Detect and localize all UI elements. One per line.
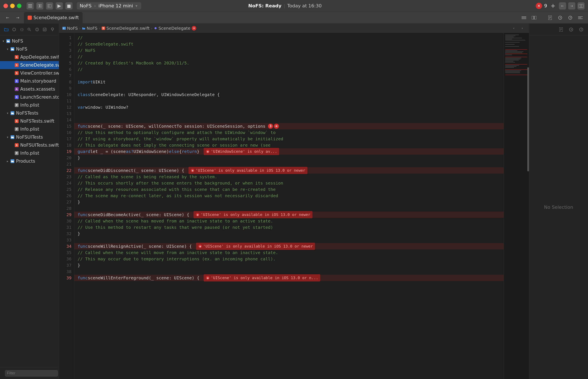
sidebar-tree-item[interactable]: SSceneDelegate.swift [0,61,59,69]
sidebar-debug-btn[interactable] [49,26,55,33]
code-line[interactable] [74,161,504,167]
help-button[interactable]: ? [566,14,574,21]
code-line[interactable]: func sceneDidBecomeActive(_ scene: UISce… [74,211,504,218]
minimap-button[interactable] [530,14,538,21]
sidebar-tree-item[interactable]: PInfo.plist [0,125,59,133]
help-inspector-right[interactable]: ? [577,26,586,33]
maximize-button[interactable] [17,4,21,8]
file-inspector-right[interactable] [557,26,565,33]
split-editor-button[interactable] [577,2,585,10]
code-line[interactable]: } [74,199,504,205]
canvas-button[interactable] [46,2,53,10]
code-line[interactable]: // Called as the scene is being released… [74,174,504,180]
code-line[interactable]: } [74,230,504,237]
code-line[interactable] [74,237,504,243]
code-line[interactable] [74,117,504,123]
code-line[interactable]: // Use this method to restart any tasks … [74,224,504,230]
sidebar-tree-item[interactable]: NoFS [0,45,59,53]
sidebar-tree-item[interactable]: NoFSUITests [0,133,59,141]
sidebar-tree-item[interactable]: SAppDelegate.swift [0,53,59,61]
sidebar-tree-item[interactable]: SMain.storyboard [0,77,59,85]
code-line[interactable]: // [74,66,504,72]
breadcrumb-nofs-group[interactable]: NoFS [82,26,98,31]
sidebar-tests-btn[interactable] [42,26,48,33]
scheme-selector[interactable]: NoFS › iPhone 12 mini ▾ [77,2,141,10]
code-line[interactable] [74,111,504,117]
forward-button[interactable]: → [568,2,575,10]
code-line[interactable]: // [74,34,504,41]
sidebar-symbols-btn[interactable]: {} [19,26,25,33]
breadcrumb-file[interactable]: S SceneDelegate.swift [102,26,150,31]
code-line[interactable] [74,98,504,104]
sidebar-tree-item[interactable]: PInfo.plist [0,149,59,157]
breadcrumb-nofs-project[interactable]: N NoFS [62,26,78,31]
code-line[interactable]: // Created by Eldest's MacBook on 2020/1… [74,60,504,66]
code-line[interactable]: class SceneDelegate: UIResponder, UIWind… [74,92,504,98]
code-line[interactable] [74,205,504,211]
code-line[interactable]: } [74,155,504,161]
sidebar-tree-item[interactable]: SNoFSUITests.swift [0,141,59,149]
close-button[interactable] [3,4,8,8]
code-line[interactable]: func sceneDidDisconnect(_ scene: UIScene… [74,167,504,174]
code-line[interactable]: // This occurs shortly after the scene e… [74,180,504,186]
code-line[interactable] [74,268,504,275]
history-button[interactable] [556,14,564,21]
tab-scene-delegate[interactable]: SceneDelegate.swift [24,12,83,23]
code-line[interactable]: func sceneWillEnterForeground(_ scene: U… [74,275,504,281]
sidebar-tree-item[interactable]: SViewController.swift [0,69,59,77]
sidebar-tree-item[interactable]: SLaunchScreen.storyboard [0,93,59,101]
close-editor-button[interactable]: ✕ [192,26,196,31]
sidebar-tree-item[interactable]: NoFSTests [0,109,59,117]
sidebar-source-btn[interactable] [11,26,17,33]
next-change-button[interactable]: › [519,25,526,32]
code-line[interactable]: // Release any resources associated with… [74,186,504,192]
forward-nav-button[interactable]: → [14,14,22,21]
filter-input[interactable] [5,370,58,377]
code-line[interactable]: // If using a storyboard, the `window` p… [74,136,504,142]
code-line[interactable] [74,85,504,92]
code-line[interactable]: } [74,262,504,268]
folder-icon [82,27,85,30]
prev-change-button[interactable]: ‹ [510,25,517,32]
sidebar-folder-btn[interactable] [3,26,9,33]
code-line[interactable]: var window: UIWindow? [74,104,504,111]
build-button[interactable]: ▶ [56,2,63,10]
sidebar-tree-item[interactable]: AAssets.xcassets [0,85,59,93]
library-button[interactable] [36,2,43,10]
inspector-toggle[interactable] [576,14,585,21]
stop-button[interactable]: ■ [65,2,73,10]
minimap-thumb[interactable] [527,67,529,171]
back-button[interactable]: ← [559,2,566,10]
code-line[interactable]: // Use this method to optionally configu… [74,129,504,136]
file-inspector-button[interactable] [546,14,554,21]
minimize-button[interactable] [10,4,15,8]
sidebar-tree-item[interactable]: Products [0,157,59,165]
sidebar-tree-item[interactable]: SNoFSTests.swift [0,117,59,125]
code-line[interactable]: // This delegate does not imply the conn… [74,142,504,148]
sidebar-toggle-button[interactable] [27,2,34,10]
minimap-line [505,64,528,65]
code-line[interactable]: func scene(_ scene: UIScene, willConnect… [74,123,504,129]
code-line[interactable]: guard let _ = (scene as? UIWindowScene) … [74,148,504,155]
code-line[interactable] [74,72,504,79]
code-line[interactable]: // [74,53,504,60]
code-line[interactable]: // The scene may re-connect later, as it… [74,192,504,199]
code-review-button[interactable] [520,14,528,21]
code-line[interactable]: // SceneDelegate.swift [74,41,504,47]
sidebar-tree-item[interactable]: NoFS [0,37,59,45]
code-line[interactable]: // NoFS [74,47,504,53]
code-line[interactable]: import UIKit [74,79,504,85]
add-button[interactable]: + [549,2,557,10]
breadcrumb-class[interactable]: C SceneDelegate [154,26,191,31]
history-inspector-right[interactable] [567,26,575,33]
sidebar-issues-btn[interactable] [34,26,40,33]
back-nav-button[interactable]: ← [3,14,12,21]
code-line[interactable]: // This may occur due to temporary inter… [74,256,504,262]
code-line[interactable]: func sceneWillResignActive(_ scene: UISc… [74,243,504,250]
code-content[interactable]: //// SceneDelegate.swift// NoFS//// Crea… [74,33,504,379]
sidebar-find-btn[interactable] [26,26,32,33]
code-line[interactable]: // Called when the scene will move from … [74,250,504,256]
code-line[interactable]: // Called when the scene has moved from … [74,218,504,224]
storyboard-icon: S [14,79,19,83]
sidebar-tree-item[interactable]: PInfo.plist [0,101,59,109]
